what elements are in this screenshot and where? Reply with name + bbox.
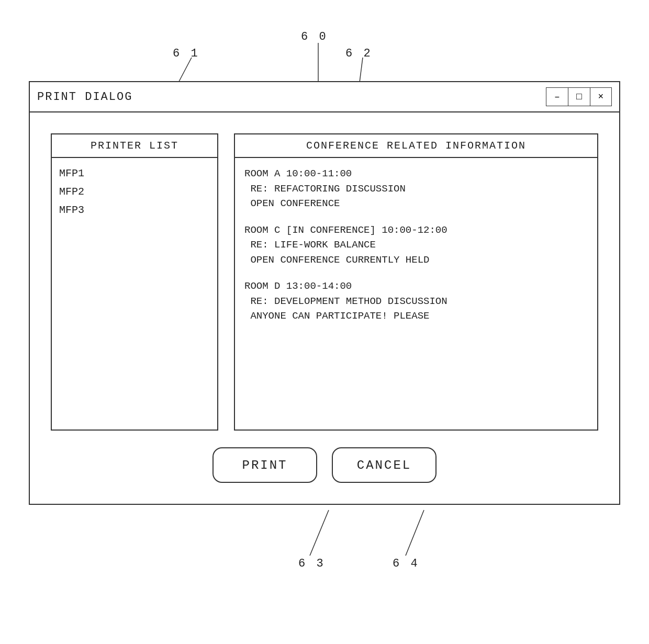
printer-item-mfp3[interactable]: MFP3 (59, 203, 210, 217)
label-62: 6 2 (345, 47, 373, 60)
window-controls: – □ × (546, 87, 612, 106)
title-bar: PRINT DIALOG – □ × (30, 82, 619, 112)
printer-item-mfp2[interactable]: MFP2 (59, 185, 210, 199)
svg-line-3 (310, 510, 329, 556)
print-button[interactable]: PRINT (212, 447, 317, 483)
conf-entry-1-line-3: OPEN CONFERENCE (244, 196, 588, 211)
svg-line-4 (406, 510, 424, 556)
conf-entry-3-line-2: RE: DEVELOPMENT METHOD DISCUSSION (244, 294, 588, 309)
conf-entry-2-line-3: OPEN CONFERENCE CURRENTLY HELD (244, 253, 588, 268)
printer-list-panel: PRINTER LIST MFP1 MFP2 MFP3 (51, 133, 218, 431)
conf-entry-1-line-1: ROOM A 10:00-11:00 (244, 166, 588, 182)
dialog-body: PRINTER LIST MFP1 MFP2 MFP3 CONFERENCE R… (30, 112, 619, 504)
conference-panel-header: CONFERENCE RELATED INFORMATION (235, 134, 597, 158)
buttons-row: PRINT CANCEL (51, 431, 598, 488)
conference-panel: CONFERENCE RELATED INFORMATION ROOM A 10… (234, 133, 598, 431)
panels-row: PRINTER LIST MFP1 MFP2 MFP3 CONFERENCE R… (51, 133, 598, 431)
conference-entry-2: ROOM C [IN CONFERENCE] 10:00-12:00 RE: L… (244, 223, 588, 268)
conf-entry-3-line-1: ROOM D 13:00-14:00 (244, 279, 588, 294)
conference-entry-3: ROOM D 13:00-14:00 RE: DEVELOPMENT METHO… (244, 279, 588, 324)
conf-entry-3-line-3: ANYONE CAN PARTICIPATE! PLEASE (244, 309, 588, 324)
restore-button[interactable]: □ (568, 87, 590, 106)
print-dialog: PRINT DIALOG – □ × PRINTER LIST MFP1 MFP… (29, 81, 620, 505)
label-64: 6 4 (393, 557, 420, 570)
conf-entry-2-line-2: RE: LIFE-WORK BALANCE (244, 238, 588, 253)
printer-item-mfp1[interactable]: MFP1 (59, 166, 210, 180)
minimize-button[interactable]: – (546, 87, 568, 106)
printer-list-items: MFP1 MFP2 MFP3 (52, 158, 217, 225)
conf-entry-1-line-2: RE: REFACTORING DISCUSSION (244, 182, 588, 197)
printer-list-header: PRINTER LIST (52, 134, 217, 158)
dialog-title: PRINT DIALOG (37, 91, 132, 104)
label-61: 6 1 (173, 47, 200, 60)
conference-entries: ROOM A 10:00-11:00 RE: REFACTORING DISCU… (235, 158, 597, 344)
label-63: 6 3 (298, 557, 326, 570)
conf-entry-2-line-1: ROOM C [IN CONFERENCE] 10:00-12:00 (244, 223, 588, 238)
cancel-button[interactable]: CANCEL (332, 447, 437, 483)
label-60: 6 0 (301, 30, 328, 43)
conference-entry-1: ROOM A 10:00-11:00 RE: REFACTORING DISCU… (244, 166, 588, 211)
close-button[interactable]: × (590, 87, 612, 106)
